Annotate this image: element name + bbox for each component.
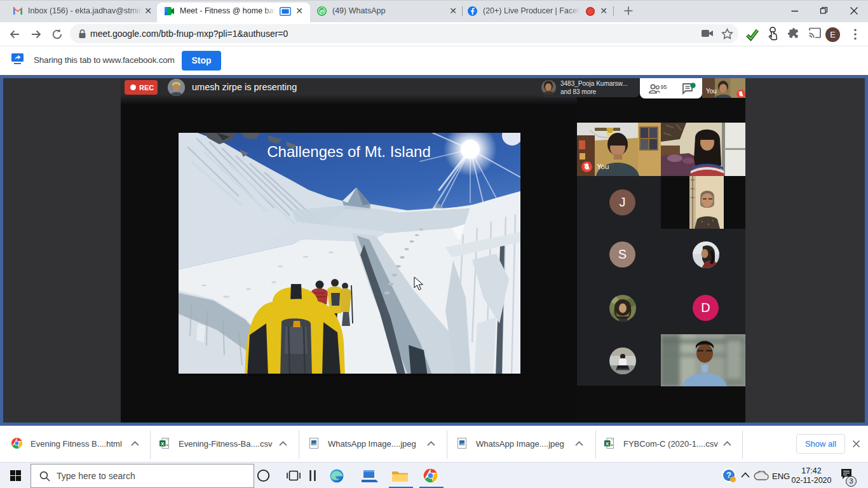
svg-text:X: X <box>606 441 609 447</box>
svg-text:X: X <box>161 441 165 447</box>
svg-text:95: 95 <box>661 84 667 90</box>
svg-text:49: 49 <box>320 9 325 13</box>
svg-text:Challenges of Mt. Island: Challenges of Mt. Island <box>267 143 430 160</box>
